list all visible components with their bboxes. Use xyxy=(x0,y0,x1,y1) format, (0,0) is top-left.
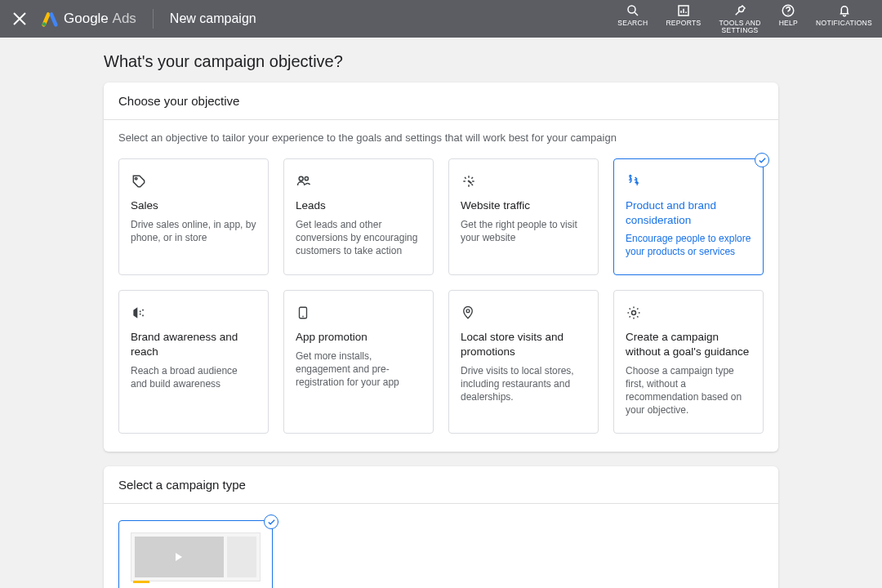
svg-point-8 xyxy=(466,310,470,313)
close-button[interactable] xyxy=(10,9,29,29)
divider xyxy=(153,9,154,29)
topbar: Google Ads New campaign SEARCH REPORTS T… xyxy=(0,0,882,38)
objective-icon xyxy=(626,304,751,322)
bell-icon xyxy=(837,3,852,18)
search-icon xyxy=(626,3,640,18)
objective-icon xyxy=(296,172,421,190)
objective-icon xyxy=(461,172,586,190)
campaign-type-panel: Select a campaign type VideoReach and en… xyxy=(104,466,778,588)
objective-card[interactable]: Brand awareness and reachReach a broad a… xyxy=(118,290,269,434)
video-thumb-icon xyxy=(131,532,261,581)
objective-card[interactable]: App promotionGet more installs, engageme… xyxy=(283,290,434,434)
objective-desc: Get more installs, engagement and pre-re… xyxy=(296,350,421,390)
objective-card[interactable]: Local store visits and promotionsDrive v… xyxy=(448,290,599,434)
objective-title: Leads xyxy=(296,198,421,213)
objective-title: Sales xyxy=(131,198,256,213)
objective-panel: Choose your objective Select an objectiv… xyxy=(104,82,778,452)
google-ads-logo: Google Ads xyxy=(41,10,136,28)
objective-desc: Reach a broad audience and build awarene… xyxy=(131,364,256,390)
campaign-type-card[interactable]: VideoReach and engage viewers on YouTube… xyxy=(118,520,273,588)
selected-check-icon xyxy=(755,153,769,167)
objective-icon xyxy=(131,304,256,322)
svg-point-5 xyxy=(299,176,303,180)
reports-icon xyxy=(676,3,691,18)
objective-title: Create a campaign without a goal's guida… xyxy=(626,330,751,359)
objective-title: Website traffic xyxy=(461,198,586,213)
objective-icon xyxy=(461,304,586,322)
topbar-tools[interactable]: TOOLS AND SETTINGS xyxy=(719,3,760,35)
close-icon xyxy=(10,9,29,29)
objective-header: Choose your objective xyxy=(104,82,778,120)
objective-title: Brand awareness and reach xyxy=(131,330,256,359)
svg-point-4 xyxy=(135,177,137,180)
objective-title: Product and brand consideration xyxy=(626,198,751,227)
brand-text: Google Ads xyxy=(64,11,136,27)
objective-card[interactable]: Create a campaign without a goal's guida… xyxy=(613,290,764,434)
objective-card[interactable]: Product and brand considerationEncourage… xyxy=(613,158,764,275)
objective-icon xyxy=(296,304,421,322)
objective-desc: Get the right people to visit your websi… xyxy=(461,218,586,244)
campaign-type-header: Select a campaign type xyxy=(104,466,778,504)
ads-logo-icon xyxy=(41,10,59,28)
topbar-reports[interactable]: REPORTS xyxy=(666,3,701,35)
objective-title: App promotion xyxy=(296,330,421,345)
objective-desc: Get leads and other conversions by encou… xyxy=(296,218,421,258)
topbar-title: New campaign xyxy=(170,11,256,26)
page-heading: What's your campaign objective? xyxy=(104,52,778,71)
wrench-icon xyxy=(733,3,747,18)
help-icon xyxy=(781,3,795,18)
objective-icon xyxy=(131,172,256,190)
topbar-search[interactable]: SEARCH xyxy=(617,3,648,35)
topbar-notifications[interactable]: NOTIFICATIONS xyxy=(816,3,872,35)
objective-desc: Drive visits to local stores, including … xyxy=(461,364,586,404)
svg-point-0 xyxy=(42,22,47,26)
objective-card[interactable]: SalesDrive sales online, in app, by phon… xyxy=(118,158,269,275)
objective-title: Local store visits and promotions xyxy=(461,330,586,359)
svg-point-9 xyxy=(632,311,636,315)
objective-card[interactable]: Website trafficGet the right people to v… xyxy=(448,158,599,275)
selected-check-icon xyxy=(264,514,278,529)
objective-card[interactable]: LeadsGet leads and other conversions by … xyxy=(283,158,434,275)
objective-subtext: Select an objective to tailor your exper… xyxy=(104,120,778,150)
svg-point-6 xyxy=(305,177,308,180)
objective-desc: Encourage people to explore your product… xyxy=(626,232,751,258)
topbar-help[interactable]: HELP xyxy=(779,3,798,35)
objective-icon xyxy=(626,172,751,190)
objective-desc: Drive sales online, in app, by phone, or… xyxy=(131,218,256,244)
objective-desc: Choose a campaign type first, without a … xyxy=(626,364,751,417)
svg-point-1 xyxy=(628,6,635,13)
